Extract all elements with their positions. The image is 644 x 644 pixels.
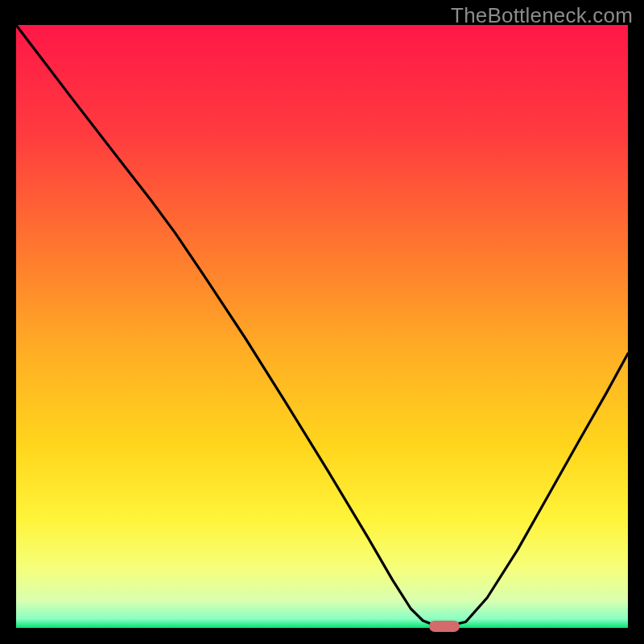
- plot-svg: [16, 25, 628, 628]
- gradient-rect: [16, 25, 628, 628]
- optimum-marker: [429, 621, 460, 632]
- chart-canvas: TheBottleneck.com: [0, 0, 644, 644]
- plot-area: [16, 25, 628, 628]
